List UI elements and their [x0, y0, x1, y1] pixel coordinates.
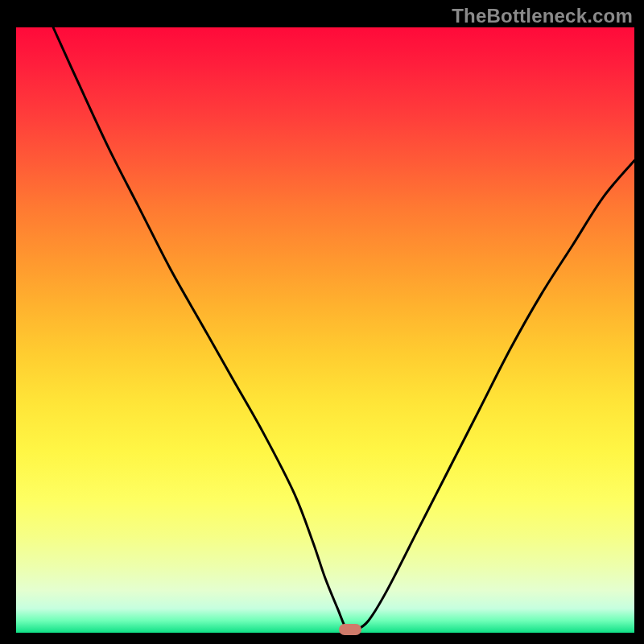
- plot-area: [16, 27, 634, 633]
- optimal-point-marker: [339, 624, 361, 635]
- bottleneck-curve: [16, 27, 634, 633]
- chart-frame: TheBottleneck.com: [0, 0, 644, 644]
- watermark-text: TheBottleneck.com: [452, 5, 633, 27]
